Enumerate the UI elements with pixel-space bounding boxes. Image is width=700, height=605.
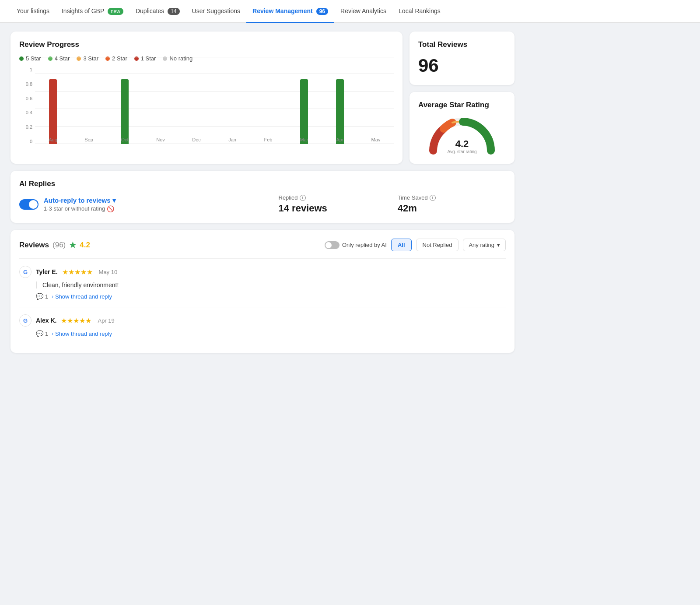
reviewer-name-tyler: Tyler E.: [36, 268, 58, 275]
total-reviews-value: 96: [418, 55, 506, 76]
bar-oct: Oct: [107, 67, 143, 144]
ai-replies-card: AI Replies Auto-reply to reviews ▾ 1-3 s…: [10, 171, 514, 223]
legend-3star: 3 Star: [77, 55, 98, 62]
nav-new-badge: new: [108, 8, 123, 15]
rating-star-icon: ★: [69, 240, 76, 250]
legend-no-rating: No rating: [163, 55, 192, 62]
ai-toggle-switch[interactable]: [19, 199, 38, 210]
replied-label: Replied i: [279, 194, 376, 201]
legend-1star: 1 Star: [134, 55, 156, 62]
nav-user-suggestions[interactable]: User Suggestions: [186, 0, 247, 22]
bar-sep: Sep: [71, 67, 107, 144]
nav-duplicates[interactable]: Duplicates 14: [130, 0, 186, 23]
nav-review-management-badge: 96: [316, 8, 328, 15]
avg-star-title: Average Star Rating: [418, 101, 506, 109]
gauge-container: 4.2 Avg. star rating: [418, 116, 506, 155]
review-item: G Tyler E. ★★★★★ May 10 Clean, friendly …: [19, 258, 506, 307]
auto-reply-sub: 1-3 star or without rating 🚫: [44, 205, 116, 212]
grid-line-1: [35, 57, 394, 57]
time-saved-label: Time Saved i: [398, 194, 495, 201]
svg-text:4.2: 4.2: [455, 138, 469, 149]
ai-toggle-section: Auto-reply to reviews ▾ 1-3 star or with…: [19, 197, 268, 212]
top-navigation: Your listings Insights of GBP new Duplic…: [0, 0, 700, 23]
review-actions-tyler: 💬 1 › Show thread and reply: [36, 293, 506, 300]
reviews-title-group: Reviews (96) ★ 4.2: [19, 240, 90, 250]
auto-reply-label[interactable]: Auto-reply to reviews ▾: [44, 197, 116, 204]
time-saved-info-icon[interactable]: i: [430, 195, 436, 201]
review-actions-alex: 💬 1 › Show thread and reply: [36, 330, 506, 337]
reviews-avg-rating: 4.2: [80, 241, 90, 250]
nav-review-analytics[interactable]: Review Analytics: [334, 0, 392, 22]
google-icon-tyler: G: [19, 266, 32, 278]
svg-text:Avg. star rating: Avg. star rating: [447, 149, 476, 154]
avg-star-rating-card: Average Star Rating: [410, 92, 514, 164]
bar-aug: Aug: [35, 67, 71, 144]
replied-value: 14 reviews: [279, 203, 376, 214]
reviews-filters: Only replied by AI All Not Replied Any r…: [325, 239, 506, 251]
rating-filter-label: Any rating: [469, 242, 494, 248]
small-toggle-knob: [326, 242, 332, 248]
show-thread-tyler[interactable]: › Show thread and reply: [52, 293, 112, 300]
replied-stat: Replied i 14 reviews: [268, 194, 387, 214]
ai-reply-toggle-label: Only replied by AI: [342, 242, 387, 248]
toggle-knob: [29, 200, 38, 209]
reviews-heading: Reviews: [19, 241, 49, 250]
total-reviews-title: Total Reviews: [418, 40, 506, 49]
chevron-down-icon: ▾: [497, 242, 500, 248]
bar-apr-fill: [336, 79, 344, 144]
review-date-tyler: May 10: [99, 269, 118, 275]
review-progress-card: Review Progress 5 Star 4 Star 3 Star 2: [10, 32, 402, 164]
filter-not-replied-btn[interactable]: Not Replied: [416, 239, 459, 251]
main-content: Review Progress 5 Star 4 Star 3 Star 2: [0, 23, 525, 362]
review-stars-tyler: ★★★★★: [62, 268, 93, 276]
google-icon-alex: G: [19, 314, 32, 327]
ai-stat-section: Replied i 14 reviews Time Saved i 42m: [268, 194, 506, 214]
reply-icon-alex: 💬: [36, 330, 43, 337]
review-date-alex: Apr 19: [98, 317, 114, 324]
review-stars-alex: ★★★★★: [61, 317, 91, 325]
chevron-right-icon-alex: ›: [52, 331, 53, 336]
reply-icon-tyler: 💬: [36, 293, 43, 300]
review-text-tyler: Clean, friendly environment!: [36, 281, 506, 288]
review-header-alex: G Alex K. ★★★★★ Apr 19: [19, 314, 506, 327]
reply-count-tyler: 💬 1: [36, 293, 48, 300]
nav-insights-gbp[interactable]: Insights of GBP new: [56, 0, 130, 22]
review-header-tyler: G Tyler E. ★★★★★ May 10: [19, 266, 506, 278]
ai-toggle-text: Auto-reply to reviews ▾ 1-3 star or with…: [44, 197, 116, 212]
legend-4star: 4 Star: [48, 55, 70, 62]
y-axis: 1 0.8 0.6 0.4 0.2 0: [19, 67, 32, 144]
bar-aug-fill: [49, 79, 57, 144]
nav-local-rankings[interactable]: Local Rankings: [392, 0, 447, 22]
ai-replies-body: Auto-reply to reviews ▾ 1-3 star or with…: [19, 194, 506, 214]
show-thread-alex[interactable]: › Show thread and reply: [52, 331, 112, 337]
bar-feb: Feb: [250, 67, 286, 144]
total-reviews-card: Total Reviews 96: [410, 32, 514, 85]
nav-your-listings[interactable]: Your listings: [10, 0, 56, 22]
bar-mar: Mar: [286, 67, 322, 144]
bar-oct-fill: [121, 79, 129, 144]
legend-5star: 5 Star: [19, 55, 41, 62]
ai-reply-toggle-switch[interactable]: [325, 241, 340, 249]
review-item-alex: G Alex K. ★★★★★ Apr 19 💬 1 › Show thread…: [19, 307, 506, 344]
ai-replies-title: AI Replies: [19, 179, 506, 188]
no-reply-icon: 🚫: [107, 205, 114, 212]
bar-chart: Aug Sep Oct Nov: [35, 67, 394, 155]
review-chart: 1 0.8 0.6 0.4 0.2 0: [19, 67, 394, 155]
chart-legend: 5 Star 4 Star 3 Star 2 Star 1 Star: [19, 55, 394, 62]
time-saved-value: 42m: [398, 203, 495, 214]
reviews-header: Reviews (96) ★ 4.2 Only replied by AI Al…: [19, 239, 506, 251]
chevron-right-icon: ›: [52, 294, 53, 299]
replied-info-icon[interactable]: i: [300, 195, 306, 201]
right-cards: Total Reviews 96 Average Star Rating: [410, 32, 514, 164]
bar-nov: Nov: [143, 67, 178, 144]
nav-review-management[interactable]: Review Management 96: [246, 0, 334, 23]
rating-filter-dropdown[interactable]: Any rating ▾: [463, 239, 506, 251]
ai-reply-filter-toggle: Only replied by AI: [325, 241, 387, 249]
bar-jan: Jan: [214, 67, 250, 144]
reviews-count: (96): [52, 241, 66, 250]
filter-all-btn[interactable]: All: [391, 239, 412, 251]
gauge-svg: 4.2 Avg. star rating: [427, 116, 497, 155]
time-saved-stat: Time Saved i 42m: [387, 194, 506, 214]
top-row: Review Progress 5 Star 4 Star 3 Star 2: [10, 32, 514, 164]
reviewer-name-alex: Alex K.: [36, 317, 56, 324]
